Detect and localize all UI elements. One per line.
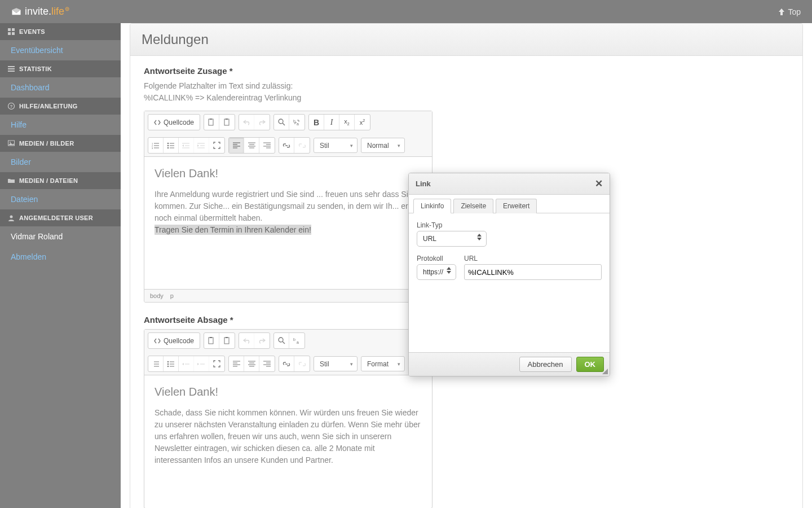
align-right-button[interactable] (259, 138, 275, 153)
style-select[interactable]: Stil (314, 356, 358, 371)
superscript-button[interactable]: x2 (355, 115, 370, 130)
editor-content[interactable]: Vielen Dank! Schade, dass Sie nicht komm… (144, 375, 432, 508)
svg-text:b: b (293, 338, 295, 341)
dialog-title: Link (416, 179, 431, 188)
close-icon[interactable]: ✕ (595, 178, 603, 190)
cancel-button[interactable]: Abbrechen (519, 357, 572, 372)
sidebar-heading-label: EVENTS (19, 28, 45, 35)
bold-button[interactable]: B (309, 115, 324, 130)
style-select-label: Stil (320, 360, 329, 368)
editor-heading: Vielen Dank! (155, 165, 422, 182)
protocol-label: Protokoll (417, 255, 456, 262)
source-button[interactable]: Quellcode (148, 333, 200, 348)
align-center-button[interactable] (244, 138, 259, 153)
editor-heading: Vielen Dank! (155, 383, 422, 400)
link-button[interactable] (279, 138, 294, 153)
url-label: URL (464, 255, 602, 262)
svg-point-16 (279, 119, 283, 124)
search-button[interactable] (274, 333, 289, 348)
replace-button[interactable]: ba (289, 333, 304, 348)
unlink-button[interactable] (294, 356, 310, 371)
numbered-list-button[interactable] (148, 356, 164, 371)
align-right-button[interactable] (259, 356, 275, 371)
editor-toolbar: Quellcode ba (144, 330, 432, 375)
label-zusage: Antwortseite Zusage * (144, 66, 789, 76)
topbar: invite.life⊚ Top (0, 0, 812, 23)
redo-button[interactable] (254, 333, 270, 348)
svg-text:a: a (297, 340, 299, 344)
svg-text:?: ? (10, 104, 12, 109)
svg-rect-4 (8, 66, 15, 67)
sidebar-item-hilfe[interactable]: Hilfe (0, 115, 121, 135)
bullet-list-button[interactable] (164, 356, 179, 371)
resize-grip-icon[interactable] (602, 368, 608, 375)
align-center-button[interactable] (244, 356, 259, 371)
undo-button[interactable] (239, 115, 254, 130)
path-item[interactable]: body (150, 292, 164, 299)
code-icon (154, 338, 161, 344)
format-select[interactable]: Normal (361, 138, 405, 153)
code-icon (154, 119, 161, 126)
paste-text-button[interactable] (204, 115, 219, 130)
search-button[interactable] (274, 115, 289, 130)
sidebar-item-dateien[interactable]: Dateien (0, 189, 121, 209)
protocol-select[interactable]: https:// (417, 264, 456, 280)
editor-content[interactable]: Vielen Dank! Ihre Anmeldung wurde regist… (144, 157, 432, 289)
sidebar-item-eventuebersicht[interactable]: Eventübersicht (0, 40, 121, 60)
sidebar-item-dashboard[interactable]: Dashboard (0, 77, 121, 98)
numbered-list-button[interactable]: 123 (148, 138, 164, 153)
sidebar-heading-medien-bilder: MEDIEN / BILDER (0, 135, 121, 152)
paste-word-button[interactable] (219, 115, 235, 130)
tab-zielseite[interactable]: Zielseite (453, 199, 493, 213)
dialog-titlebar[interactable]: Link ✕ (409, 173, 610, 195)
link-button[interactable] (279, 356, 294, 371)
maximize-button[interactable] (209, 356, 224, 371)
indent-button[interactable] (194, 138, 209, 153)
svg-point-62 (167, 363, 169, 365)
bullet-list-button[interactable] (164, 138, 179, 153)
brand-suffix: life (51, 6, 64, 17)
italic-button[interactable]: I (324, 115, 339, 130)
ok-button[interactable]: OK (576, 357, 604, 372)
path-item[interactable]: p (170, 292, 174, 299)
source-button-label: Quellcode (164, 337, 194, 345)
style-select[interactable]: Stil (314, 138, 358, 153)
outdent-button[interactable] (179, 138, 194, 153)
brand-logo[interactable]: invite.life⊚ (11, 6, 69, 17)
sidebar-item-bilder[interactable]: Bilder (0, 152, 121, 172)
linktype-select[interactable]: URL (417, 231, 487, 247)
editor-path-bar: body p (144, 289, 432, 302)
sidebar-heading-user: ANGEMELDETER USER (0, 209, 121, 226)
maximize-button[interactable] (209, 138, 224, 153)
svg-point-61 (167, 361, 169, 362)
redo-button[interactable] (254, 115, 270, 130)
svg-rect-53 (226, 337, 228, 338)
tab-erweitert[interactable]: Erweitert (496, 199, 537, 213)
top-link[interactable]: Top (779, 7, 801, 16)
replace-button[interactable]: ba (289, 115, 304, 130)
sidebar-heading-label: HILFE/ANLEITUNG (19, 103, 78, 110)
paste-text-button[interactable] (204, 333, 219, 348)
brand-text: invite.life⊚ (25, 6, 69, 17)
svg-rect-50 (209, 338, 213, 344)
indent-button[interactable] (194, 356, 209, 371)
svg-text:3: 3 (152, 147, 153, 149)
sidebar-heading-label: STATISTIK (19, 65, 52, 72)
paste-word-button[interactable] (219, 333, 235, 348)
align-left-button[interactable] (229, 138, 244, 153)
sidebar-heading-label: MEDIEN / DATEIEN (19, 177, 78, 184)
url-input[interactable] (464, 264, 602, 280)
svg-rect-14 (224, 119, 229, 125)
tab-linkinfo[interactable]: Linkinfo (413, 199, 451, 213)
format-select[interactable]: Format (361, 356, 405, 371)
subscript-button[interactable]: x2 (339, 115, 355, 130)
source-button[interactable]: Quellcode (148, 115, 200, 130)
sidebar-item-abmelden[interactable]: Abmelden (0, 247, 121, 267)
editor-paragraph: Ihre Anmeldung wurde registriert und Sie… (155, 189, 422, 224)
svg-rect-1 (12, 28, 15, 31)
undo-button[interactable] (239, 333, 254, 348)
align-left-button[interactable] (229, 356, 244, 371)
unlink-button[interactable] (294, 138, 310, 153)
outdent-button[interactable] (179, 356, 194, 371)
panel-heading: Meldungen (130, 24, 802, 56)
